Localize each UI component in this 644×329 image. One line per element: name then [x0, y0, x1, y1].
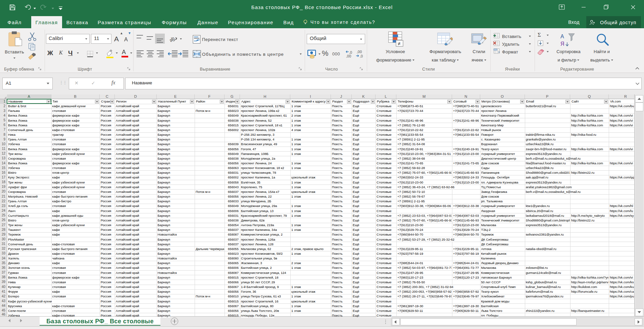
- svg-text:,0: ,0: [360, 54, 363, 58]
- svg-text:,00: ,00: [346, 54, 351, 58]
- svg-text:А: А: [560, 34, 564, 39]
- svg-text:≠: ≠: [398, 41, 400, 46]
- svg-text:ab: ab: [169, 36, 176, 43]
- svg-text:Я: Я: [560, 41, 564, 47]
- svg-text:,00: ,00: [357, 50, 362, 54]
